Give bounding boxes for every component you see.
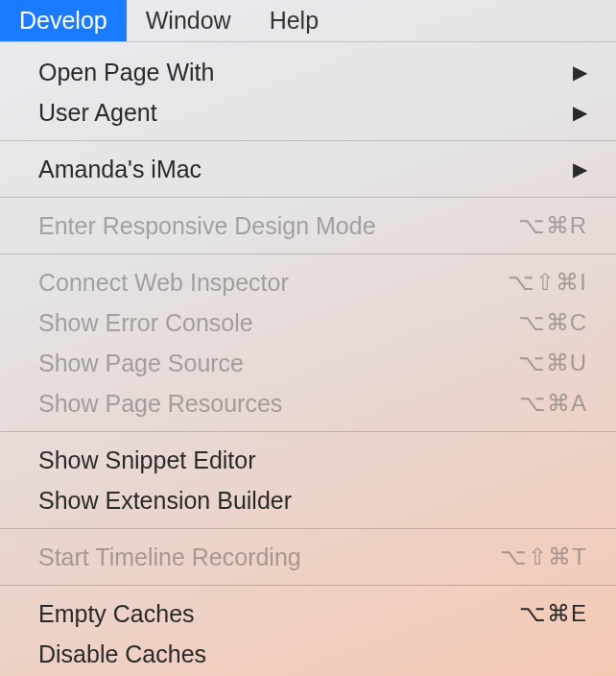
develop-menu: Open Page With ▶ User Agent ▶ Amanda's i… [0, 42, 616, 674]
menu-item-shortcut: ⌥⇧⌘T [500, 540, 587, 574]
menu-separator [0, 528, 616, 529]
menu-item-shortcut: ⌥⌘C [518, 305, 587, 340]
menu-item-shortcut: ⌥⌘R [518, 208, 587, 243]
menu-item-label: User Agent [38, 95, 157, 130]
menu-item-show-extension-builder[interactable]: Show Extension Builder [0, 480, 616, 520]
menu-item-open-page-with[interactable]: Open Page With ▶ [0, 52, 616, 92]
menu-item-empty-caches[interactable]: Empty Caches ⌥⌘E [0, 593, 616, 634]
menu-item-label: Open Page With [38, 55, 214, 89]
menu-item-show-page-source: Show Page Source ⌥⌘U [0, 343, 616, 383]
menu-item-show-snippet-editor[interactable]: Show Snippet Editor [0, 440, 616, 480]
menu-item-shortcut: ⌥⇧⌘I [508, 265, 587, 300]
menu-separator [0, 197, 616, 198]
menu-item-label: Amanda's iMac [38, 152, 201, 186]
menu-item-label: Start Timeline Recording [38, 540, 301, 574]
menu-item-label: Connect Web Inspector [38, 265, 289, 300]
menu-item-label: Show Snippet Editor [38, 443, 256, 477]
menu-item-shortcut: ⌥⌘A [519, 386, 587, 421]
menu-item-enter-responsive-design-mode: Enter Responsive Design Mode ⌥⌘R [0, 205, 616, 246]
menu-item-label: Disable Caches [38, 637, 206, 671]
menubar: Develop Window Help [0, 0, 616, 42]
menu-separator [0, 254, 616, 254]
chevron-right-icon: ▶ [573, 152, 587, 186]
menu-item-disable-caches[interactable]: Disable Caches [0, 634, 616, 674]
menu-item-label: Empty Caches [38, 596, 195, 631]
menu-separator [0, 140, 616, 141]
menu-separator [0, 585, 616, 586]
menu-item-connect-web-inspector: Connect Web Inspector ⌥⇧⌘I [0, 262, 616, 302]
menu-item-label: Enter Responsive Design Mode [38, 208, 376, 243]
menubar-item-develop[interactable]: Develop [0, 0, 127, 41]
menu-item-show-error-console: Show Error Console ⌥⌘C [0, 302, 616, 343]
menu-item-show-page-resources: Show Page Resources ⌥⌘A [0, 383, 616, 423]
menu-item-label: Show Error Console [38, 305, 253, 340]
menu-item-amandas-imac[interactable]: Amanda's iMac ▶ [0, 149, 616, 189]
chevron-right-icon: ▶ [573, 55, 587, 89]
menu-item-shortcut: ⌥⌘E [519, 596, 587, 631]
menubar-item-help[interactable]: Help [250, 0, 338, 41]
menu-item-label: Show Extension Builder [38, 483, 292, 518]
menu-item-shortcut: ⌥⌘U [518, 346, 587, 380]
menu-item-start-timeline-recording: Start Timeline Recording ⌥⇧⌘T [0, 537, 616, 577]
menu-separator [0, 431, 616, 432]
chevron-right-icon: ▶ [573, 95, 587, 130]
menu-item-label: Show Page Resources [38, 386, 282, 421]
menu-item-user-agent[interactable]: User Agent ▶ [0, 92, 616, 133]
menubar-item-window[interactable]: Window [127, 0, 250, 41]
menu-item-label: Show Page Source [38, 346, 244, 380]
